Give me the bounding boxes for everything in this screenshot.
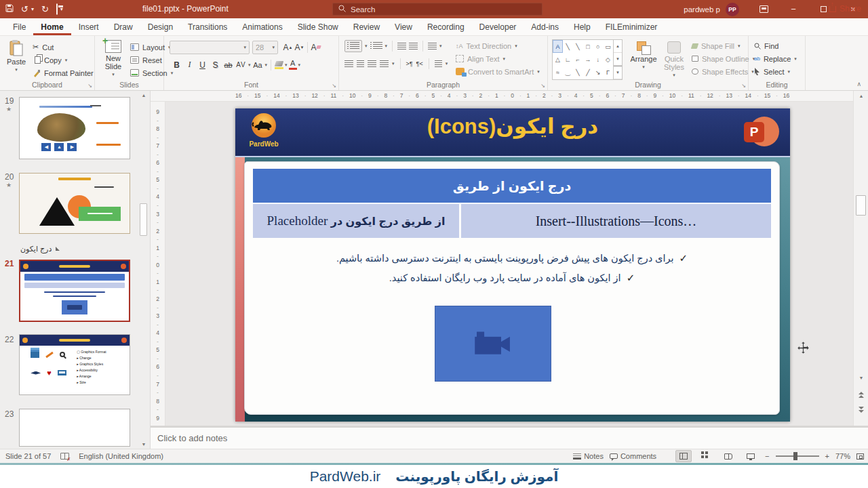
slide-thumbnail-22[interactable]: ♥ ▢ Graphics Format▸ Change▸ Graphics St…: [19, 334, 130, 395]
tab-recording[interactable]: Recording: [420, 18, 472, 35]
clear-formatting-button[interactable]: A: [310, 41, 321, 54]
shape-glyph[interactable]: □: [583, 40, 593, 53]
underline-button[interactable]: U: [197, 58, 208, 71]
shape-fill-button[interactable]: Shape Fill▾: [692, 39, 755, 52]
italic-button[interactable]: I: [184, 58, 195, 71]
shape-glyph[interactable]: Γ: [603, 66, 613, 79]
notes-toggle-button[interactable]: Notes: [573, 452, 604, 460]
align-right-icon[interactable]: [368, 60, 376, 67]
scroll-down-icon[interactable]: ▼: [854, 375, 868, 380]
rtl-direction-button[interactable]: ¶<: [416, 60, 423, 67]
table-row[interactable]: از طریق درج ایکون در Placeholder Insert-…: [253, 204, 771, 238]
line-spacing-icon[interactable]: [428, 43, 437, 49]
shape-glyph[interactable]: ╲: [573, 66, 583, 79]
increase-font-button[interactable]: A▲: [282, 41, 294, 54]
tab-draw[interactable]: Draw: [106, 18, 140, 35]
tab-file[interactable]: File: [5, 18, 33, 35]
tab-help[interactable]: Help: [566, 18, 598, 35]
next-slide-button[interactable]: [857, 407, 865, 413]
shape-effects-button[interactable]: Shape Effects▾: [692, 65, 755, 78]
shape-glyph[interactable]: ↘: [593, 66, 603, 79]
slide-thumbnail-19[interactable]: ◀ ▲ ▶: [19, 97, 130, 159]
slide-title-text[interactable]: درج ایکون(Icons): [317, 114, 709, 139]
shape-glyph[interactable]: ▭: [603, 40, 613, 53]
text-shadow-button[interactable]: S: [210, 58, 221, 71]
tab-add-ins[interactable]: Add-ins: [524, 18, 566, 35]
search-input[interactable]: Search: [332, 3, 542, 16]
shapes-gallery[interactable]: A╲╲□○▭△∟⌐→↓◇≈‿╲╱↘Γ ▲▼▼: [552, 39, 623, 80]
scroll-thumb[interactable]: [856, 195, 866, 216]
zoom-slider[interactable]: [776, 455, 819, 457]
thumbnails-scrollbar[interactable]: ▲ ▼: [139, 91, 149, 449]
user-name[interactable]: pardweb p: [684, 5, 720, 14]
align-left-icon[interactable]: [344, 60, 353, 67]
justify-icon[interactable]: [380, 60, 389, 67]
fit-slide-to-window-icon[interactable]: [856, 453, 864, 460]
arrange-button[interactable]: Arrange▾: [628, 41, 659, 70]
table-header-bar[interactable]: درج ایکون از طریق: [253, 169, 771, 203]
tab-developer[interactable]: Developer: [472, 18, 524, 35]
paste-button[interactable]: Paste▾: [4, 40, 28, 73]
format-painter-button[interactable]: Format Painter: [33, 66, 94, 79]
zoom-slider-thumb[interactable]: [793, 452, 797, 460]
minimize-button[interactable]: −: [778, 0, 808, 18]
shape-glyph[interactable]: ∟: [563, 53, 573, 66]
slide-editing-area[interactable]: PardWeb درج ایکون(Icons) P درج ایکون از …: [235, 108, 790, 422]
slide-counter[interactable]: Slide 21 of 57: [5, 452, 51, 460]
tab-animations[interactable]: Animations: [235, 18, 290, 35]
thumb-scroll-up-icon[interactable]: ▲: [139, 93, 149, 98]
thumb-scroll-down-icon[interactable]: ▼: [139, 442, 149, 447]
paragraph-dialog-launcher-icon[interactable]: ↘: [540, 83, 545, 89]
slide-sorter-view-button[interactable]: [698, 450, 714, 462]
decrease-font-button[interactable]: A▼: [294, 41, 305, 54]
shape-glyph[interactable]: ↓: [593, 53, 603, 66]
columns-icon[interactable]: [435, 60, 442, 67]
redo-icon[interactable]: ↻: [41, 4, 49, 14]
start-slideshow-icon[interactable]: [56, 4, 58, 14]
avatar[interactable]: PP: [726, 3, 739, 16]
normal-view-button[interactable]: [675, 450, 692, 462]
tab-review[interactable]: Review: [346, 18, 387, 35]
shape-glyph[interactable]: ╲: [573, 40, 583, 53]
shape-glyph[interactable]: →: [583, 53, 593, 66]
slide-thumbnail-21[interactable]: [19, 260, 130, 322]
spell-check-icon[interactable]: [60, 453, 69, 460]
shape-glyph[interactable]: ╱: [583, 66, 593, 79]
align-text-button[interactable]: Align Text▾: [456, 52, 540, 65]
zoom-in-button[interactable]: +: [825, 452, 829, 460]
shape-glyph[interactable]: ⌐: [573, 53, 583, 66]
drawing-dialog-launcher-icon[interactable]: ↘: [741, 83, 746, 89]
zoom-level[interactable]: 77%: [835, 452, 850, 460]
shape-outline-button[interactable]: Shape Outline▾: [692, 52, 755, 65]
slide-title-bar[interactable]: PardWeb درج ایکون(Icons) P: [235, 108, 790, 157]
tab-home[interactable]: Home: [33, 18, 71, 35]
font-dialog-launcher-icon[interactable]: ↘: [332, 83, 336, 89]
select-button[interactable]: Select▾: [754, 65, 797, 78]
video-placeholder[interactable]: [435, 306, 551, 382]
find-button[interactable]: Find: [754, 39, 797, 52]
bold-button[interactable]: B: [171, 58, 182, 71]
bullets-button[interactable]: [344, 40, 362, 52]
thumb-scroll-thumb[interactable]: [140, 203, 147, 236]
shape-glyph[interactable]: △: [553, 53, 563, 66]
tab-fileminimizer[interactable]: FILEminimizer: [598, 18, 665, 35]
slide-scrollbar[interactable]: ▲ ▼: [853, 91, 868, 426]
font-color-button[interactable]: A: [289, 60, 297, 70]
tab-design[interactable]: Design: [140, 18, 180, 35]
increase-indent-icon[interactable]: [409, 43, 418, 49]
bullet-line-2[interactable]: ✓از ایکون های آماده در سایت پارد وب رایگ…: [245, 272, 779, 284]
comments-toggle-button[interactable]: Comments: [610, 452, 656, 460]
zoom-out-button[interactable]: −: [765, 452, 769, 460]
shapes-gallery-scrollbar[interactable]: ▲▼▼: [613, 40, 622, 79]
decrease-indent-icon[interactable]: [397, 43, 406, 49]
strikethrough-button[interactable]: ab: [222, 58, 234, 71]
ribbon-display-options-button[interactable]: [749, 0, 778, 18]
new-slide-button[interactable]: New Slide▾: [99, 40, 127, 77]
notes-pane[interactable]: Click to add notes: [151, 426, 868, 449]
slide-thumbnail-20[interactable]: [19, 173, 130, 234]
tab-view[interactable]: View: [387, 18, 420, 35]
table-cell-menu-path[interactable]: Insert--Illustrations—Icons…: [461, 204, 771, 238]
shape-glyph[interactable]: ≈: [553, 66, 563, 79]
undo-icon[interactable]: ↺: [21, 4, 28, 14]
font-name-combo[interactable]: ▾: [170, 41, 250, 54]
